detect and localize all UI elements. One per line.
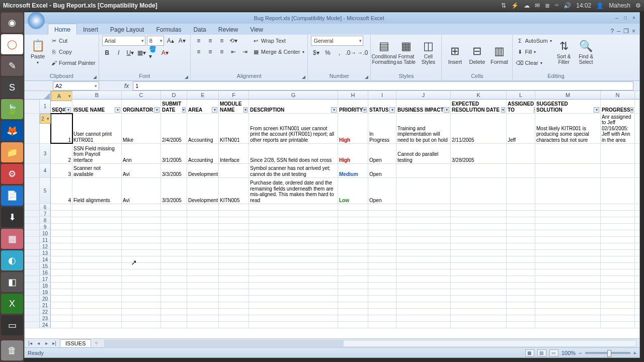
tab-home[interactable]: Home <box>48 24 77 35</box>
filter-icon[interactable]: ▾ <box>389 107 395 113</box>
row-header[interactable]: 23 <box>40 315 51 321</box>
cell[interactable] <box>396 211 451 217</box>
header-cell[interactable]: SUBMIT DATE▾ <box>161 100 187 113</box>
cell[interactable] <box>161 322 187 328</box>
cell[interactable] <box>161 276 187 282</box>
col-header[interactable]: M <box>535 91 601 99</box>
cell[interactable] <box>396 250 451 256</box>
cell[interactable] <box>72 289 122 295</box>
wrap-text-button[interactable]: ↩Wrap Text <box>252 36 305 46</box>
cell[interactable] <box>51 269 72 276</box>
cell[interactable] <box>161 289 187 295</box>
cell[interactable] <box>161 296 187 302</box>
cell[interactable] <box>51 309 72 315</box>
network-icon[interactable]: ≣ <box>545 2 550 9</box>
cell[interactable] <box>535 322 601 328</box>
zoom-slider[interactable] <box>585 352 630 354</box>
cell[interactable] <box>187 224 219 230</box>
row-header[interactable]: 17 <box>40 276 51 282</box>
header-cell[interactable]: EXPECTED RESOLUTION DATE▾ <box>451 100 507 113</box>
cell[interactable] <box>249 211 338 217</box>
cell[interactable] <box>535 276 601 282</box>
cell[interactable]: Since 2/28, SSN field does not cross <box>249 144 338 163</box>
cell[interactable] <box>338 263 368 269</box>
cell[interactable] <box>601 322 635 328</box>
cell[interactable] <box>122 263 161 269</box>
tray-icon[interactable]: ⚡ <box>511 2 519 9</box>
cell[interactable] <box>187 322 219 328</box>
cell[interactable] <box>219 243 249 249</box>
cell[interactable] <box>51 217 72 223</box>
cell[interactable] <box>396 237 451 243</box>
fill-button[interactable]: ⬇Fill▾ <box>516 47 551 57</box>
cell[interactable] <box>187 276 219 282</box>
cell[interactable] <box>507 224 535 230</box>
cell[interactable] <box>451 283 507 289</box>
cell[interactable] <box>72 322 122 328</box>
cell[interactable] <box>601 250 635 256</box>
zoom-out-button[interactable]: − <box>579 350 582 356</box>
row-header[interactable]: 7 <box>40 211 51 217</box>
cell[interactable]: Development <box>187 164 219 177</box>
tab-formulas[interactable]: Formulas <box>150 24 187 35</box>
cell[interactable] <box>249 230 338 236</box>
col-header[interactable]: N <box>601 91 635 99</box>
cell[interactable] <box>219 276 249 282</box>
header-cell[interactable]: STATUS▾ <box>368 100 396 113</box>
filter-icon[interactable]: ▾ <box>501 107 505 113</box>
cell[interactable] <box>219 230 249 236</box>
cell[interactable]: 3 <box>51 164 72 177</box>
cell[interactable]: User cannot print KITR001 <box>72 114 122 143</box>
cell[interactable] <box>51 256 72 262</box>
cell[interactable]: 3/3/2005 <box>161 178 187 204</box>
cell[interactable] <box>601 224 635 230</box>
cell[interactable] <box>601 256 635 262</box>
cell[interactable] <box>368 237 396 243</box>
cell[interactable] <box>338 230 368 236</box>
cell[interactable] <box>219 263 249 269</box>
cell[interactable] <box>507 237 535 243</box>
header-cell[interactable]: SEQ#▾ <box>51 100 72 113</box>
launcher-sublime[interactable]: S <box>1 77 23 98</box>
border-button[interactable]: ▦▾ <box>137 48 147 58</box>
launcher-dash[interactable]: ◉ <box>1 13 23 33</box>
cell[interactable] <box>187 296 219 302</box>
filter-icon[interactable]: ▾ <box>630 107 633 113</box>
cell[interactable] <box>368 322 396 328</box>
align-left-button[interactable]: ≡ <box>194 47 204 57</box>
format-painter-button[interactable]: 🖌Format Painter <box>50 58 96 68</box>
header-cell[interactable]: PRIORITY▾ <box>338 100 368 113</box>
cell[interactable] <box>187 269 219 276</box>
cell[interactable] <box>535 230 601 236</box>
row-header[interactable]: 1 <box>40 100 51 113</box>
horizontal-scrollbar[interactable] <box>104 340 636 347</box>
cell[interactable] <box>507 243 535 249</box>
col-header[interactable]: I <box>368 91 396 99</box>
cell[interactable]: Avi <box>122 178 161 204</box>
cell[interactable] <box>51 224 72 230</box>
cell[interactable] <box>507 302 535 308</box>
cell[interactable] <box>122 256 161 262</box>
cell[interactable]: Low <box>338 178 368 204</box>
row-header[interactable]: 10 <box>40 230 51 236</box>
cell[interactable] <box>451 178 507 204</box>
cell[interactable]: Field alignments <box>72 178 122 204</box>
format-button[interactable]: ▥Format <box>489 36 509 66</box>
cell[interactable] <box>72 309 122 315</box>
cell[interactable]: High <box>338 144 368 163</box>
cell[interactable] <box>535 250 601 256</box>
dialog-launcher-icon[interactable]: ◢ <box>93 74 97 79</box>
font-size-select[interactable]: 8 <box>147 36 164 46</box>
cell[interactable] <box>368 256 396 262</box>
cell[interactable] <box>219 296 249 302</box>
sheet-nav-prev[interactable]: ◂ <box>35 340 42 346</box>
close-icon[interactable]: × <box>630 15 637 21</box>
cell[interactable] <box>122 224 161 230</box>
row-header[interactable]: 20 <box>40 296 51 302</box>
cell[interactable] <box>122 237 161 243</box>
cell[interactable]: Ann <box>122 144 161 163</box>
conditional-formatting-button[interactable]: ▤Conditional Formatting <box>374 36 394 66</box>
cell[interactable] <box>219 289 249 295</box>
cell[interactable] <box>72 224 122 230</box>
view-normal-button[interactable]: ▦ <box>525 349 534 356</box>
